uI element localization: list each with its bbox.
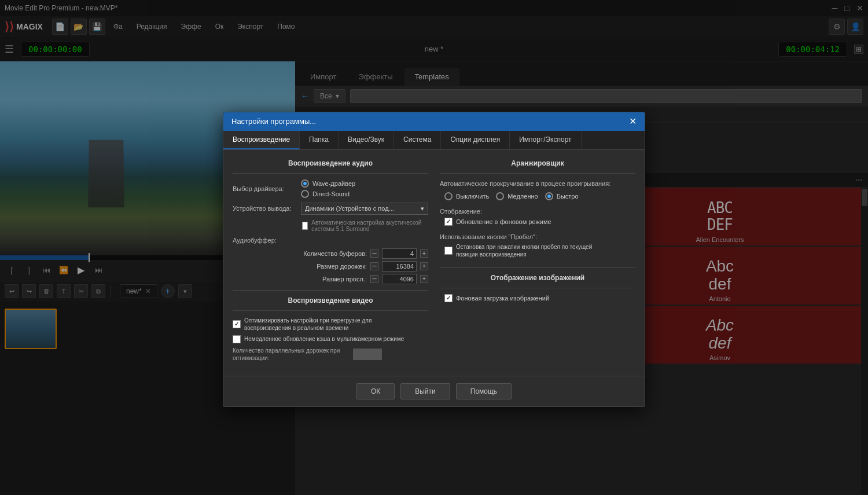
dialog-title-bar: Настройки программы... ✕ bbox=[223, 112, 645, 131]
surround-field: Автоматическая настройка акустической си… bbox=[302, 219, 428, 232]
arranger-divider bbox=[440, 173, 635, 174]
radio-wave-label: Wave-драйвер bbox=[312, 180, 355, 187]
buffers-input[interactable] bbox=[382, 248, 417, 259]
scroll-off-label: Выключить bbox=[456, 193, 489, 200]
radio-wave-circle bbox=[301, 179, 309, 188]
preview-size-row: Размер просл.: ─ + bbox=[233, 274, 428, 284]
radio-direct-label: Direct-Sound bbox=[312, 190, 350, 197]
scroll-label: Автоматическое прокручивание в процесе п… bbox=[440, 180, 610, 187]
chevron-down-icon: ▾ bbox=[421, 205, 424, 212]
display-bg-checkbox[interactable]: Обновление в фоновом режиме bbox=[444, 218, 635, 226]
video-section-title: Воспроизведение видео bbox=[233, 296, 428, 305]
spacebar-box bbox=[444, 247, 453, 255]
parallel-input[interactable] bbox=[353, 349, 382, 360]
parallel-label: Количество параллельных дорожек при опти… bbox=[233, 347, 348, 362]
driver-label: Выбор драйвера: bbox=[233, 185, 296, 192]
opt-realtime-checkbox[interactable]: Оптимизировать настройки при перегрузке … bbox=[233, 317, 428, 332]
dialog-tab-system[interactable]: Система bbox=[394, 131, 441, 149]
scroll-fast-radio[interactable]: Быстро bbox=[545, 192, 579, 200]
radio-direct-sound[interactable]: Direct-Sound bbox=[301, 190, 355, 198]
dialog-body: Воспроизведение аудио Выбор драйвера: Wa… bbox=[223, 150, 645, 376]
scroll-off-radio[interactable]: Выключить bbox=[444, 192, 489, 200]
buffer-label: Аудиобуффер: bbox=[233, 237, 296, 244]
surround-label: Автоматическая настройка акустической си… bbox=[311, 219, 428, 232]
dialog-tab-import[interactable]: Импорт/Экспорт bbox=[510, 131, 581, 149]
display-bg-label: Обновление в фоновом режиме bbox=[456, 218, 551, 225]
opt-realtime-box bbox=[233, 320, 241, 328]
dialog-overlay: Настройки программы... ✕ Воспроизведение… bbox=[0, 0, 868, 495]
plus-btn-track[interactable]: + bbox=[420, 262, 428, 270]
image-bg-box bbox=[444, 294, 453, 302]
plus-btn-preview[interactable]: + bbox=[420, 275, 428, 283]
dialog-tabs: Воспроизведение Папка Видео/Звук Система… bbox=[223, 131, 645, 150]
spacebar-option-label: Остановка при нажатии кнопки пробел по т… bbox=[456, 243, 601, 258]
output-field: Устройство вывода: Динамики (Устройство … bbox=[233, 203, 428, 215]
buffers-label: Количество буферов: bbox=[303, 250, 367, 257]
radio-wave-driver[interactable]: Wave-драйвер bbox=[301, 179, 355, 188]
spacebar-label-row: Использование кнопки "Пробел": bbox=[440, 233, 635, 241]
dialog-col-left: Воспроизведение аудио Выбор драйвера: Wa… bbox=[233, 159, 428, 366]
right-divider bbox=[440, 267, 635, 268]
dialog-tab-playback[interactable]: Воспроизведение bbox=[223, 131, 300, 149]
video-divider bbox=[233, 310, 428, 311]
divider-2 bbox=[233, 290, 428, 291]
settings-dialog: Настройки программы... ✕ Воспроизведение… bbox=[223, 112, 645, 407]
surround-checkbox-box bbox=[302, 222, 308, 230]
minus-btn-buffers[interactable]: ─ bbox=[370, 250, 378, 258]
opt-multicam-label: Немедленное обновление кэша в мультикаме… bbox=[244, 336, 404, 342]
scroll-fast-label: Быстро bbox=[557, 193, 579, 200]
scroll-slow-circle bbox=[496, 192, 504, 200]
buffer-label-row: Аудиобуффер: bbox=[233, 237, 428, 244]
buffer-count-row: Количество буферов: ─ + bbox=[233, 248, 428, 259]
output-label: Устройство вывода: bbox=[233, 205, 296, 212]
plus-btn-buffers[interactable]: + bbox=[420, 250, 428, 258]
dialog-tab-folder[interactable]: Папка bbox=[300, 131, 339, 149]
preview-size-label: Размер просл.: bbox=[322, 276, 367, 283]
dialog-tab-display[interactable]: Опции дисплея bbox=[441, 131, 510, 149]
image-bg-label: Фоновая загрузка изображений bbox=[456, 295, 549, 302]
image-bg-checkbox[interactable]: Фоновая загрузка изображений bbox=[444, 294, 635, 302]
scroll-label-row: Автоматическое прокручивание в процесе п… bbox=[440, 179, 635, 188]
opt-multicam-checkbox[interactable]: Немедленное обновление кэша в мультикаме… bbox=[233, 335, 428, 343]
dialog-tab-video[interactable]: Видео/Звук bbox=[339, 131, 394, 149]
driver-field: Выбор драйвера: Wave-драйвер Direct-Soun… bbox=[233, 179, 428, 198]
opt-multicam-box bbox=[233, 335, 241, 343]
driver-radio-group: Wave-драйвер Direct-Sound bbox=[301, 179, 355, 198]
minus-btn-track[interactable]: ─ bbox=[370, 262, 378, 270]
dialog-close-btn[interactable]: ✕ bbox=[629, 117, 637, 126]
opt-realtime-label: Оптимизировать настройки при перегрузке … bbox=[244, 317, 406, 332]
scroll-fast-circle bbox=[545, 192, 553, 200]
dialog-title-text: Настройки программы... bbox=[231, 117, 316, 126]
scroll-slow-label: Медленно bbox=[507, 193, 538, 200]
dialog-col-right: Аранжировщик Автоматическое прокручивани… bbox=[440, 159, 635, 366]
spacebar-label: Использование кнопки "Пробел": bbox=[440, 233, 537, 240]
scroll-slow-radio[interactable]: Медленно bbox=[496, 192, 538, 200]
help-button[interactable]: Помощь bbox=[456, 383, 512, 399]
display-label: Отображение: bbox=[440, 208, 482, 215]
radio-direct-circle bbox=[301, 190, 309, 198]
display-bg-box bbox=[444, 218, 453, 226]
dialog-footer: ОК Выйти Помощь bbox=[223, 376, 645, 406]
output-select[interactable]: Динамики (Устройство с под... ▾ bbox=[301, 203, 428, 215]
minus-btn-preview[interactable]: ─ bbox=[370, 275, 378, 283]
spacebar-checkbox[interactable]: Остановка при нажатии кнопки пробел по т… bbox=[444, 243, 635, 258]
image-divider bbox=[440, 288, 635, 288]
audio-section-title: Воспроизведение аудио bbox=[233, 159, 428, 167]
cancel-button[interactable]: Выйти bbox=[400, 383, 450, 399]
scroll-radio-group: Выключить Медленно Быстро bbox=[444, 192, 635, 200]
arranger-section-title: Аранжировщик bbox=[440, 159, 635, 167]
image-section-title: Отображение изображений bbox=[440, 274, 635, 282]
preview-size-input[interactable] bbox=[382, 274, 417, 284]
display-label-row: Отображение: bbox=[440, 207, 635, 215]
track-size-input[interactable] bbox=[382, 261, 417, 272]
parallel-row: Количество параллельных дорожек при опти… bbox=[233, 347, 428, 362]
surround-checkbox[interactable]: Автоматическая настройка акустической си… bbox=[302, 219, 428, 232]
track-size-label: Размер дорожек: bbox=[317, 263, 367, 270]
scroll-off-circle bbox=[444, 192, 453, 200]
track-size-row: Размер дорожек: ─ + bbox=[233, 261, 428, 272]
audio-divider bbox=[233, 173, 428, 174]
ok-button[interactable]: ОК bbox=[356, 383, 395, 399]
